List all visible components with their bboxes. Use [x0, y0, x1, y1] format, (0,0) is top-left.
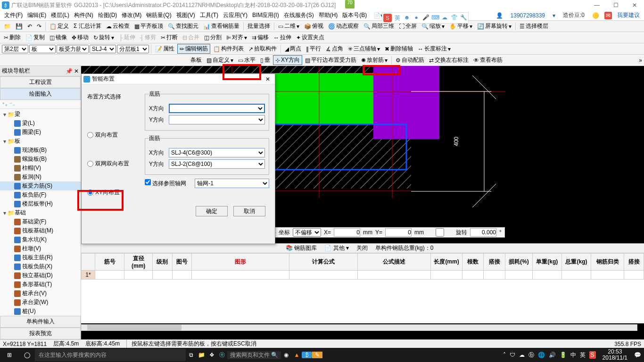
tree-item[interactable]: 板负筋(F) [0, 190, 81, 199]
ime-cn[interactable]: 中 [570, 351, 576, 359]
find-button[interactable]: 🔍 查找图元 [166, 22, 200, 31]
ime-toolbar[interactable]: S 英 ☻ ● 🎤 ⌨ ☁ 👕 🔧 [382, 12, 469, 24]
merge-button[interactable]: ⊟ 合并 [181, 33, 201, 42]
tree-item[interactable]: 板受力筋(S) [0, 181, 81, 190]
save-icon[interactable]: 💾 [14, 23, 25, 30]
menu-file[interactable]: 文件(F) [2, 11, 25, 19]
safe-icon[interactable]: 🛡 [510, 352, 515, 358]
rotate-checkbox[interactable] [427, 228, 453, 237]
tab-single[interactable]: 单构件输入 [0, 316, 81, 328]
layer-select[interactable]: 分层板1 [117, 45, 149, 53]
tree-item[interactable]: 筏板主筋(R) [0, 253, 81, 262]
tree-item[interactable]: 独立基础(D) [0, 271, 81, 280]
ref-checkbox[interactable]: 选择参照轴网 [145, 179, 186, 188]
ime-en[interactable]: 英 [580, 351, 586, 359]
tree-item[interactable]: 筏板基础(M) [0, 226, 81, 235]
collapse-icon[interactable]: ⁻₋ [9, 101, 15, 107]
tree-group[interactable]: ▾📁 梁 [0, 110, 81, 119]
dialog-close-button[interactable]: ✕ [263, 76, 273, 82]
menu-online[interactable]: 在线服务(S) [281, 11, 316, 19]
ime-keyboard-icon[interactable]: ⌨ [431, 14, 439, 22]
menu-draw[interactable]: 绘图(D) [96, 11, 120, 19]
sogou-tray-icon[interactable]: S [589, 351, 596, 359]
ime-skin-icon[interactable]: 👕 [450, 14, 458, 22]
taskbar-search[interactable]: 在这里输入你要搜索的内容 [35, 349, 186, 361]
ime-tool-icon[interactable]: 🔧 [460, 14, 467, 22]
horizontal-button[interactable]: ▭ 水平 [236, 56, 257, 65]
member-select[interactable]: SLJ-4 [90, 45, 116, 53]
opt-xy[interactable]: XY向布置 [87, 189, 139, 197]
expand-icon[interactable]: ⁺₊ [2, 101, 8, 107]
tree-item[interactable]: 圈梁(E) [0, 128, 81, 137]
split-button[interactable]: ◫ 分割 [202, 33, 223, 42]
menu-edit[interactable]: 编辑(E) [25, 11, 49, 19]
app3-icon[interactable]: ▲ [291, 352, 302, 358]
ime-mic-icon[interactable]: 🎤 [422, 14, 429, 22]
bottom-y-select[interactable] [169, 115, 265, 124]
align-button[interactable]: ⊫ 对齐 ▾ [224, 33, 249, 42]
net-icon[interactable]: 🌐 [538, 352, 545, 358]
copy-button[interactable]: 📄 复制 [24, 33, 47, 42]
menu-bim[interactable]: BIM应用(I) [250, 11, 281, 19]
tab-project[interactable]: 工程设置 [0, 76, 81, 88]
redo-icon[interactable]: ↷ [35, 23, 43, 30]
flat-button[interactable]: ▦ 平齐板顶 [132, 22, 165, 31]
delete-button[interactable]: ✂ 删除 [2, 33, 23, 42]
close-button[interactable]: ✕ [625, 0, 644, 10]
tree-item[interactable]: 现浇板(B) [0, 146, 81, 155]
bt-icon[interactable]: ⓑ [528, 351, 534, 359]
tree-item[interactable]: 梁(L) [0, 119, 81, 128]
mirror-button[interactable]: ◫ 镜像 [48, 33, 69, 42]
vol-icon[interactable]: 🔊 [549, 352, 556, 358]
tree-item[interactable]: 柱墩(V) [0, 244, 81, 253]
overview-button[interactable]: 📦 俯视 [302, 22, 325, 31]
y-input[interactable] [385, 228, 412, 237]
web-search[interactable]: 搜索网页和文件 🔍 [227, 351, 281, 359]
auto-button[interactable]: ⚙ 自动配筋 [394, 56, 426, 65]
batch-button[interactable]: 批量选择 [246, 22, 272, 31]
tab-draw[interactable]: 绘图输入 [0, 88, 81, 100]
ie-icon[interactable]: ⓔ [217, 351, 227, 359]
clock[interactable]: 20:532018/11/1 [600, 349, 630, 361]
offset-mode-select[interactable]: 不偏移 [293, 228, 321, 237]
ptang-button[interactable]: ∡ 点角 [324, 44, 345, 53]
grid-table[interactable]: 筋号直径(mm)级别图号 图形计算公式公式描述长度(mm) 根数搭接损耗(%)单… [81, 253, 644, 280]
tree-item[interactable]: 集水坑(K) [0, 235, 81, 244]
selfloor-button[interactable]: ☰ 选择楼层 [518, 22, 550, 31]
vertical-button[interactable]: ▯ 垂 [258, 56, 272, 65]
dynamic-button[interactable]: 🌀 动态观察 [326, 22, 361, 31]
tray-up-icon[interactable]: ˄ [503, 352, 506, 358]
2d-button[interactable]: ▭ 二维 ▾ [276, 22, 301, 31]
maximize-button[interactable]: ☐ [606, 0, 625, 10]
sigma-button[interactable]: Σ 汇总计算 [72, 22, 103, 31]
parallel-button[interactable]: ‖ 平行 [304, 44, 323, 53]
lib-tab[interactable]: 📚 钢筋图库 [283, 244, 320, 252]
tree-group[interactable]: ▾📁 板 [0, 137, 81, 146]
tree[interactable]: ▾📁 梁梁(L)圈梁(E)▾📁 板现浇板(B)螺旋板(B)柱帽(V)板洞(N)板… [0, 109, 81, 316]
menu-version[interactable]: 版本号(B) [340, 11, 369, 19]
screenrot-button[interactable]: 🔄 屏幕旋转 ▾ [475, 22, 513, 31]
dim-button[interactable]: ↔ 长度标注 ▾ [416, 44, 453, 53]
view-rebar-button[interactable]: 👁 查看布筋 [471, 56, 504, 65]
twopoint-button[interactable]: ◢ 两点 [283, 44, 303, 53]
break-button[interactable]: ✂ 打断 [159, 33, 180, 42]
onedrive-icon[interactable]: ☁ [519, 352, 525, 358]
top-y-select[interactable]: SLJ-2(C8@100) [169, 159, 265, 169]
triaxis-button[interactable]: ✳ 三点辅轴 ▾ [346, 44, 382, 53]
taskview-icon[interactable]: ⧉ [186, 352, 196, 358]
swap-button[interactable]: ⇄ 交换左右标注 [427, 56, 471, 65]
ref-grid-select[interactable]: 轴网-1 [195, 179, 269, 188]
menu-modify[interactable]: 修改(M) [119, 11, 144, 19]
ime-cloud-icon[interactable]: ☁ [441, 14, 448, 22]
cancel-button[interactable]: 取消 [233, 206, 265, 216]
batt-icon[interactable]: 🔋 [560, 352, 567, 358]
radiate-button[interactable]: ✺ 放射筋 ▾ [359, 56, 389, 65]
tree-item[interactable]: 桩(U) [0, 307, 81, 316]
app2-icon[interactable]: ◉ [281, 352, 291, 358]
app4-icon[interactable]: ✎ [312, 352, 322, 358]
rotate-button[interactable]: ↻ 旋转 ▾ [91, 33, 116, 42]
offset-button[interactable]: ⇉ 偏移 [250, 33, 271, 42]
ime-dot-icon[interactable]: ● [413, 14, 420, 22]
user-phone[interactable]: 13907298339 [508, 12, 547, 19]
menu-rebar[interactable]: 钢筋量(Q) [144, 11, 173, 19]
